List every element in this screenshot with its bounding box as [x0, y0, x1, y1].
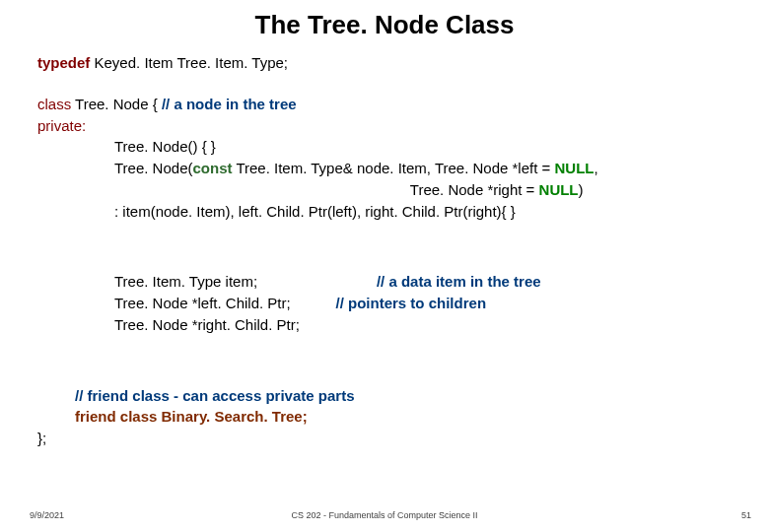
footer-course: CS 202 - Fundamentals of Computer Scienc…: [0, 510, 769, 520]
ctor2b-pad: Tree. Node *right =: [114, 181, 539, 198]
line-ctor2: Tree. Node(const Tree. Item. Type& node.…: [37, 158, 732, 179]
m2-cmt: // pointers to children: [336, 295, 487, 311]
friend-comment: // friend class - can access private par…: [37, 385, 732, 407]
line-private: private:: [37, 115, 732, 137]
line-ctor1: Tree. Node() { }: [37, 136, 732, 158]
kw-private: private:: [37, 117, 86, 134]
m1-cmt: // a data item in the tree: [377, 273, 541, 290]
ctor2b-close: ): [579, 181, 584, 198]
line-typedef: typedef Keyed. Item Tree. Item. Type;: [37, 52, 732, 74]
line-class-decl: class Tree. Node { // a node in the tree: [37, 94, 732, 115]
line-member1: Tree. Item. Type item; // a data item in…: [37, 271, 732, 293]
code-block: typedef Keyed. Item Tree. Item. Type; cl…: [0, 40, 769, 449]
kw-typedef: typedef: [37, 54, 90, 71]
ctor2-a: Tree. Node(: [114, 160, 192, 176]
kw-null-2: NULL: [539, 181, 579, 198]
m2-decl: Tree. Node *left. Child. Ptr;: [114, 295, 291, 311]
ctor2-e: ,: [594, 160, 597, 176]
line-member3: Tree. Node *right. Child. Ptr;: [37, 314, 732, 336]
line-ctor2b: Tree. Node *right = NULL): [37, 179, 732, 201]
line-member2: Tree. Node *left. Child. Ptr; // pointer…: [37, 293, 732, 314]
line-initlist: : item(node. Item), left. Child. Ptr(lef…: [37, 201, 732, 223]
m2-pad: [291, 295, 336, 311]
kw-const: const: [192, 160, 232, 176]
m1-decl: Tree. Item. Type item;: [114, 273, 257, 290]
friend-line: friend class Binary. Search. Tree;: [37, 406, 732, 428]
slide-title: The Tree. Node Class: [0, 0, 769, 40]
class-name: Tree. Node {: [75, 96, 162, 112]
kw-null-1: NULL: [554, 160, 594, 176]
m1-pad: [257, 273, 377, 290]
typedef-rest: Keyed. Item Tree. Item. Type;: [90, 54, 288, 71]
cmt-node: // a node in the tree: [162, 96, 297, 112]
kw-class: class: [37, 96, 75, 112]
ctor2-c: Tree. Item. Type& node. Item, Tree. Node…: [233, 160, 555, 176]
end-brace: };: [37, 428, 732, 449]
footer-page-number: 51: [741, 510, 751, 520]
